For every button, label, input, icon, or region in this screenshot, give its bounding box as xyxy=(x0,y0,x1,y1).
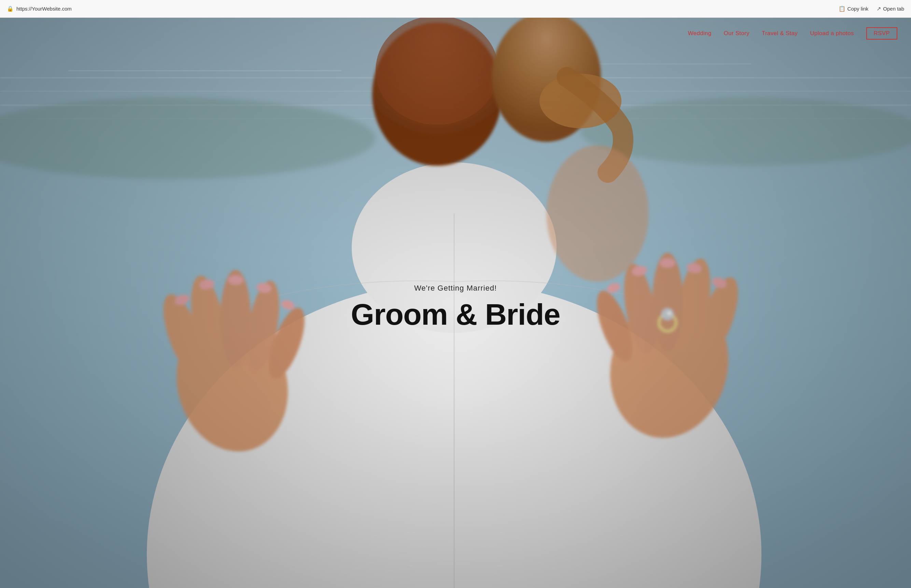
url-display: https://YourWebsite.com xyxy=(16,6,72,11)
open-tab-button[interactable]: ↗ Open tab xyxy=(877,5,904,12)
lock-icon: 🔒 xyxy=(7,5,14,12)
copy-link-button[interactable]: 📋 Copy link xyxy=(839,5,869,12)
browser-actions: 📋 Copy link ↗ Open tab xyxy=(839,5,904,12)
hero-subtitle: We're Getting Married! xyxy=(351,284,560,292)
nav-our-story[interactable]: Our Story xyxy=(723,30,749,37)
open-tab-icon: ↗ xyxy=(877,5,881,12)
nav-links-container: Wedding Our Story Travel & Stay Upload a… xyxy=(688,27,897,40)
copy-icon: 📋 xyxy=(839,5,845,12)
browser-chrome: 🔒 https://YourWebsite.com 📋 Copy link ↗ … xyxy=(0,0,911,18)
nav-rsvp[interactable]: RSVP xyxy=(866,27,898,40)
hero-title: Groom & Bride xyxy=(351,298,560,331)
open-tab-label: Open tab xyxy=(883,6,904,11)
nav-upload-photos[interactable]: Upload a photos xyxy=(810,30,854,37)
navbar: Wedding Our Story Travel & Stay Upload a… xyxy=(0,18,911,49)
hero-section: Wedding Our Story Travel & Stay Upload a… xyxy=(0,18,911,588)
nav-wedding[interactable]: Wedding xyxy=(688,30,712,37)
hero-content: We're Getting Married! Groom & Bride xyxy=(351,284,560,331)
browser-address-area: 🔒 https://YourWebsite.com xyxy=(7,5,72,12)
nav-travel-stay[interactable]: Travel & Stay xyxy=(762,30,798,37)
copy-link-label: Copy link xyxy=(848,6,869,11)
